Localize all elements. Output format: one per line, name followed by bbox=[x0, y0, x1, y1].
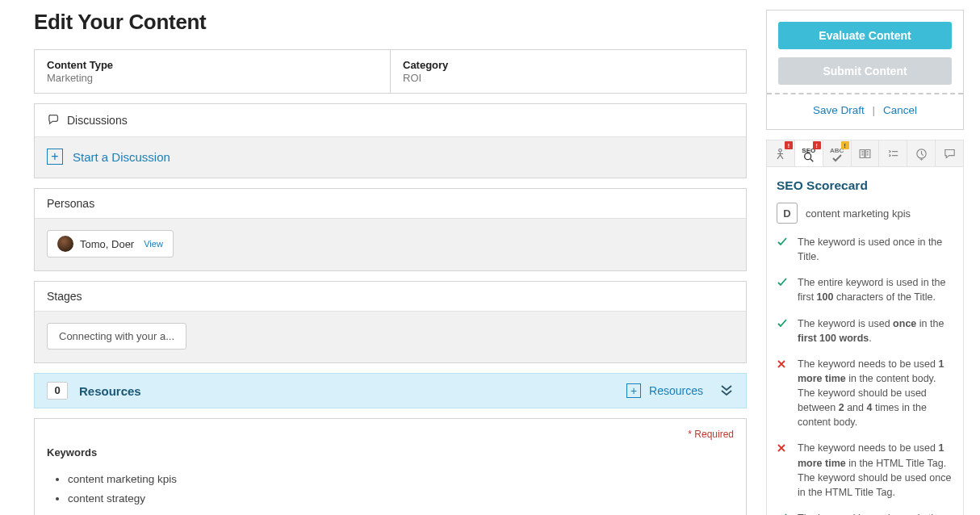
category-label: Category bbox=[403, 59, 734, 71]
add-resource-icon[interactable]: + bbox=[626, 383, 641, 398]
scorecard-row: The keyword needs to be used 1 more time… bbox=[777, 441, 953, 500]
scorecard-grade: D bbox=[777, 203, 798, 224]
resources-count: 0 bbox=[47, 382, 68, 400]
start-discussion-label: Start a Discussion bbox=[73, 150, 170, 164]
stage-label: Connecting with your a... bbox=[59, 330, 174, 342]
page-title: Edit Your Content bbox=[34, 10, 747, 35]
chevron-down-double-icon[interactable] bbox=[719, 384, 734, 398]
scorecard-keyword-text: content marketing kpis bbox=[806, 207, 911, 220]
check-icon bbox=[777, 237, 789, 264]
keyword-item: content marketing kpis bbox=[68, 470, 734, 489]
x-icon bbox=[777, 442, 789, 500]
content-header: Content Type Marketing Category ROI bbox=[34, 49, 747, 94]
scorecard-tabs: ! SEO ! ABC ! bbox=[766, 140, 964, 167]
stages-section: Stages Connecting with your a... bbox=[34, 281, 747, 363]
tab-seo[interactable]: SEO ! bbox=[795, 140, 823, 166]
x-icon bbox=[777, 358, 789, 430]
discussions-title: Discussions bbox=[67, 114, 128, 127]
plus-icon: + bbox=[47, 149, 63, 165]
tab-checklist[interactable] bbox=[879, 140, 907, 166]
chat-icon bbox=[47, 112, 61, 128]
add-resource-label[interactable]: Resources bbox=[649, 384, 703, 397]
content-type-label: Content Type bbox=[47, 59, 378, 71]
tab-book[interactable] bbox=[852, 140, 880, 166]
tab-readability[interactable]: ABC ! bbox=[823, 140, 852, 166]
evaluate-content-button[interactable]: Evaluate Content bbox=[778, 22, 952, 49]
content-type-value: Marketing bbox=[47, 72, 378, 84]
scorecard-keyword: D content marketing kpis bbox=[777, 203, 953, 224]
scorecard-row-text: The keyword needs to be used 1 more time… bbox=[798, 357, 953, 430]
actions-panel: Evaluate Content Submit Content Save Dra… bbox=[766, 10, 964, 130]
scorecard-row-text: The keyword needs to be used 1 more time… bbox=[798, 441, 953, 500]
persona-chip[interactable]: Tomo, Doer View bbox=[47, 230, 174, 258]
submit-content-button: Submit Content bbox=[778, 57, 952, 85]
scorecard-row: The keyword needs to be used 1 more time… bbox=[777, 357, 953, 430]
discussions-section: Discussions + Start a Discussion bbox=[34, 103, 747, 178]
divider bbox=[767, 93, 963, 94]
keywords-list: content marketing kpis content strategy bbox=[47, 470, 734, 509]
alert-badge: ! bbox=[785, 141, 793, 149]
avatar bbox=[57, 236, 73, 252]
personas-title: Personas bbox=[47, 197, 94, 210]
start-discussion-button[interactable]: + Start a Discussion bbox=[47, 149, 734, 165]
resources-label: Resources bbox=[79, 384, 615, 398]
tab-history[interactable] bbox=[907, 140, 936, 166]
seo-scorecard: SEO Scorecard D content marketing kpis T… bbox=[766, 167, 964, 515]
stages-title: Stages bbox=[47, 290, 82, 303]
personas-section: Personas Tomo, Doer View bbox=[34, 188, 747, 271]
resources-bar[interactable]: 0 Resources + Resources bbox=[34, 373, 747, 408]
scorecard-row: The keyword is used once in the Title. bbox=[777, 235, 953, 264]
alert-badge: ! bbox=[813, 141, 821, 149]
svg-point-1 bbox=[804, 153, 810, 160]
keyword-item: content strategy bbox=[68, 489, 734, 509]
keywords-section: * Required Keywords content marketing kp… bbox=[34, 418, 747, 515]
check-icon bbox=[777, 277, 789, 304]
stage-chip[interactable]: Connecting with your a... bbox=[47, 323, 186, 350]
warning-badge: ! bbox=[841, 141, 849, 149]
scorecard-row-text: The keyword is used once in the first 10… bbox=[798, 316, 953, 345]
scorecard-row: The entire keyword is used in the first … bbox=[777, 275, 953, 304]
keywords-title: Keywords bbox=[47, 446, 97, 458]
tab-comments[interactable] bbox=[936, 140, 963, 166]
check-icon bbox=[777, 318, 789, 345]
persona-view-link[interactable]: View bbox=[144, 239, 163, 249]
scorecard-row-text: The keyword is used once in the Title. bbox=[798, 235, 953, 264]
category-value: ROI bbox=[403, 72, 734, 84]
separator: | bbox=[873, 104, 876, 116]
scorecard-row: The keyword is used once in the first 10… bbox=[777, 316, 953, 345]
scorecard-row-text: The entire keyword is used in the first … bbox=[798, 275, 953, 304]
tab-star[interactable]: ! bbox=[767, 140, 795, 166]
scorecard-row: The keyword is used once in the SEO Desc… bbox=[777, 511, 953, 515]
scorecard-title: SEO Scorecard bbox=[777, 178, 953, 193]
required-label: * Required bbox=[688, 429, 734, 440]
scorecard-row-text: The keyword is used once in the SEO Desc… bbox=[798, 511, 953, 515]
svg-point-0 bbox=[779, 149, 782, 152]
persona-name: Tomo, Doer bbox=[80, 238, 134, 250]
save-draft-link[interactable]: Save Draft bbox=[813, 104, 865, 116]
cancel-link[interactable]: Cancel bbox=[883, 104, 917, 116]
